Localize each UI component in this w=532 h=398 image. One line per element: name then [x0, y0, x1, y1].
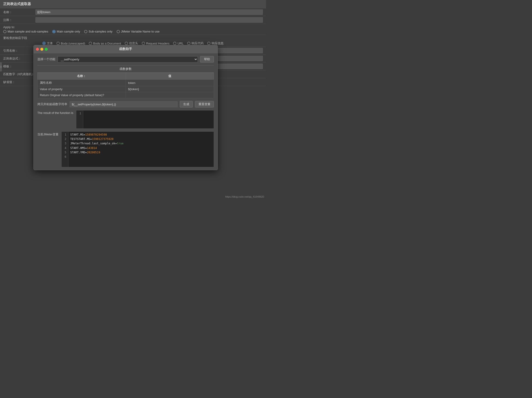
radio-label-body-unescaped: Body (unescaped) [61, 42, 85, 45]
name-label: 名称： [3, 10, 36, 14]
var-val-3: true [117, 142, 124, 145]
params-section-title: 函数参数 [37, 65, 214, 73]
watermark: https://blog.csdn.net/qq_41648820 [225, 195, 264, 198]
comment-input[interactable] [36, 17, 263, 23]
name-row: 名称： [0, 8, 266, 16]
var-line-2: TESTSTART.MS=1590127375928 [70, 137, 212, 141]
select-function-label: 选择一个功能 [37, 57, 55, 61]
var-key-4: START.HMS= [70, 147, 87, 150]
radio-circle-header [125, 42, 128, 45]
var-line-1: START.MS=1589870294598 [70, 133, 212, 137]
response-fields-label: 要检查的响应字段 [3, 36, 263, 40]
reset-button[interactable]: 重置变量 [195, 101, 214, 108]
left-tab-text: ||| [0, 66, 2, 68]
radio-label-request-headers: Request Headers [146, 42, 169, 45]
result-line-numbers: 1 [76, 110, 83, 128]
copy-row: 拷贝并粘贴函数字符串 生成 重置变量 [37, 101, 214, 108]
radio-label-url: URL [177, 42, 184, 45]
line-num-3: 3 [63, 141, 66, 146]
generate-button[interactable]: 生成 [180, 101, 193, 108]
radio-circle-response-msg [207, 42, 210, 45]
radio-circle-jmeter-var [117, 30, 120, 33]
line-num-2: 2 [63, 137, 66, 141]
panel-title: 正则表达式提取器 [0, 0, 266, 8]
result-area: The result of the function is 1 [37, 110, 214, 129]
help-button[interactable]: 帮助 [200, 56, 214, 63]
param-value-2: ${token} [126, 86, 214, 92]
left-side-tab: ||| [0, 62, 2, 71]
radio-circle-main-only [52, 30, 56, 33]
radio-main-sub[interactable]: Main sample and sub-samples [3, 30, 48, 33]
var-key-5: START.YMD= [70, 151, 87, 154]
line-num-4: 4 [63, 146, 66, 150]
radio-circle-body [42, 42, 46, 45]
maximize-button[interactable] [45, 48, 48, 51]
var-key-3: JMeterThread.last_sample_ok= [70, 142, 117, 145]
var-line-5: START.YMD=20200519 [70, 150, 212, 155]
radio-circle-response-code [187, 42, 190, 45]
radio-label-body-document: Body as a Document [93, 42, 121, 45]
line-num-6: 6 [63, 155, 66, 159]
match-count-label: 匹配数字（0代表随机）： [3, 72, 38, 76]
variables-editor: 1 2 3 4 5 6 START.MS=1589870294598 TESTS… [61, 131, 214, 167]
radio-circle-request-headers [142, 42, 145, 45]
comment-row: 注释： [0, 16, 266, 24]
radio-jmeter-var[interactable]: JMeter Variable Name to use [117, 30, 159, 33]
param-name-1: 属性名称 [38, 80, 126, 86]
table-row: Value of property ${token} [38, 86, 214, 92]
params-table: 名称： 值 属性名称 token Value of property ${tok… [37, 73, 214, 98]
var-val-2: 1590127375928 [92, 137, 114, 141]
radio-label-main-sub: Main sample and sub-samples [8, 30, 48, 33]
radio-request-headers[interactable]: Request Headers [142, 42, 169, 45]
radio-main-only[interactable]: Main sample only [52, 30, 80, 33]
default-label: 缺省值： [3, 80, 36, 84]
var-line-4: START.HMS=143814 [70, 146, 212, 150]
radio-label-jmeter-var: JMeter Variable Name to use [121, 30, 159, 33]
radio-sub-only[interactable]: Sub-samples only [84, 30, 112, 33]
apply-to-label: Apply to: [3, 25, 263, 29]
radio-label-sub-only: Sub-samples only [89, 30, 112, 33]
copy-input[interactable] [70, 102, 177, 107]
radio-url[interactable]: URL [173, 42, 184, 45]
var-key-2: TESTSTART.MS= [70, 137, 92, 141]
var-val-4: 143814 [87, 147, 97, 150]
line-num-5: 5 [63, 150, 66, 155]
param-name-2: Value of property [38, 86, 126, 92]
variables-label: 当前JMeter变量 [37, 131, 58, 167]
function-select[interactable]: __setProperty [58, 56, 198, 63]
radio-circle-body-unescaped [57, 42, 60, 45]
var-line-3: JMeterThread.last_sample_ok=true [70, 141, 212, 146]
modal-body: 选择一个功能 __setProperty 帮助 函数参数 名称： 值 属性名称 … [34, 53, 218, 170]
param-value-3 [126, 92, 214, 98]
table-row: 属性名称 token [38, 80, 214, 86]
name-input[interactable] [36, 9, 263, 15]
var-line-numbers: 1 2 3 4 5 6 [62, 132, 69, 167]
minimize-button[interactable] [40, 48, 43, 51]
radio-circle-sub-only [84, 30, 87, 33]
copy-label: 拷贝并粘贴函数字符串 [37, 102, 67, 106]
close-button[interactable] [36, 48, 39, 51]
apply-to-section: Apply to: Main sample and sub-samples Ma… [0, 24, 266, 35]
regex-label: 正则表达式： [3, 57, 36, 61]
radio-circle-main-sub [3, 30, 6, 33]
param-value-1: token [126, 80, 214, 86]
ref-name-label: 引用名称： [3, 49, 36, 53]
radio-body-document[interactable]: Body as a Document [89, 42, 121, 45]
var-val-5: 20200519 [87, 151, 100, 154]
params-col-value: 值 [126, 73, 214, 80]
result-editor: 1 [76, 110, 214, 129]
function-helper-dialog: 函数助手 选择一个功能 __setProperty 帮助 函数参数 名称： 值 … [33, 45, 218, 170]
radio-circle-url [173, 42, 176, 45]
select-function-row: 选择一个功能 __setProperty 帮助 [37, 56, 214, 63]
table-row: Return Original Value of property (defau… [38, 92, 214, 98]
result-code-area[interactable] [83, 110, 214, 128]
param-name-3: Return Original Value of property (defau… [38, 92, 126, 98]
params-col-name: 名称： [38, 73, 126, 80]
modal-titlebar: 函数助手 [34, 45, 218, 53]
variables-section: 当前JMeter变量 1 2 3 4 5 6 START.MS=15898702… [37, 131, 214, 167]
radio-body-unescaped[interactable]: Body (unescaped) [57, 42, 85, 45]
var-code-area[interactable]: START.MS=1589870294598 TESTSTART.MS=1590… [69, 132, 214, 167]
line-num-1: 1 [63, 133, 66, 137]
var-key-1: START.MS= [70, 133, 85, 136]
apply-to-radio-group: Main sample and sub-samples Main sample … [3, 30, 263, 33]
